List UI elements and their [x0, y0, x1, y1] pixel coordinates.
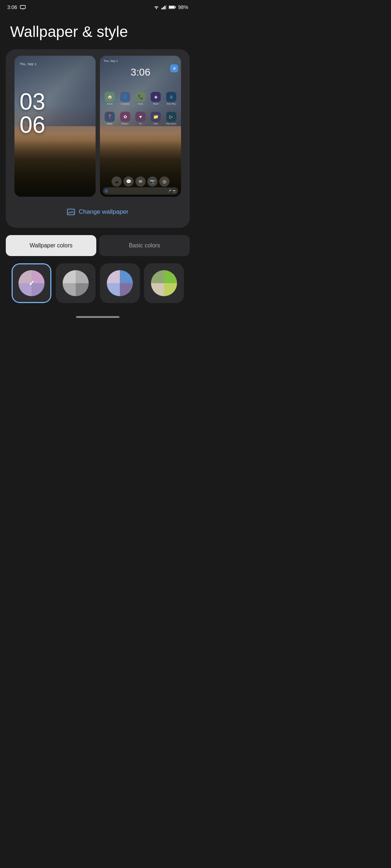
swatch-1-checkmark: ✓ — [29, 279, 35, 288]
change-wallpaper-label: Change wallpaper — [79, 208, 128, 216]
dock-row: 📱 💬 ✉ 📷 ◎ — [103, 176, 178, 187]
notification-icon: ⚙ — [170, 64, 178, 72]
wallpaper-icon — [67, 209, 75, 215]
color-swatches: ✓ — [0, 256, 196, 310]
svg-rect-9 — [166, 5, 167, 9]
preview-card: Thu, Sep 1 03 06 Thu, Sep 1 3:06 ⚙ 🏠 Hom… — [6, 49, 190, 228]
home-icon: 🏠 — [105, 92, 115, 102]
app-play-store: ▷ Play Store — [164, 112, 178, 125]
slack-icon: ◈ — [151, 92, 161, 102]
maps-icon: 📍 — [105, 112, 115, 122]
app-photos: ✿ Photos — [118, 112, 132, 125]
search-bar: G 🎤 📷 — [103, 187, 178, 195]
app-row-2: 📍 Maps ✿ Photos ♥ Fit 📁 Files ▷ Play — [103, 112, 178, 125]
homescreen-time: 3:06 — [100, 67, 181, 78]
swatch-2-circle — [63, 270, 89, 296]
tab-wallpaper-colors[interactable]: Wallpaper colors — [6, 235, 96, 256]
dock-firefox: ◎ — [159, 176, 169, 187]
lens-icon: 📷 — [172, 190, 176, 193]
status-bar: 3:06 98% — [0, 0, 196, 12]
app-row-1: 🏠 Home 👤 Contacts 📞 Voice ◈ Slack ♫ — [103, 92, 178, 105]
app-voice: 📞 Voice — [134, 92, 147, 105]
preview-screens: Thu, Sep 1 03 06 Thu, Sep 1 3:06 ⚙ 🏠 Hom… — [12, 56, 183, 197]
battery-percent: 98% — [178, 4, 188, 10]
indicator-pill — [76, 316, 119, 318]
homescreen-date: Thu, Sep 1 — [104, 59, 118, 63]
app-contacts: 👤 Contacts — [118, 92, 132, 105]
google-g: G — [105, 189, 108, 193]
svg-rect-13 — [67, 209, 75, 215]
swatch-1-circle — [18, 270, 45, 296]
dock-messages: 💬 — [123, 176, 134, 187]
signal-icon — [161, 5, 167, 9]
swatch-3[interactable] — [100, 263, 140, 303]
lockscreen-date: Thu, Sep 1 — [20, 62, 37, 66]
svg-rect-1 — [22, 9, 24, 9]
tree-overlay — [14, 133, 96, 197]
change-wallpaper-button[interactable]: Change wallpaper — [12, 204, 183, 220]
swatch-4-circle — [151, 270, 177, 296]
status-left: 3:06 — [7, 4, 26, 10]
color-tabs: Wallpaper colors Basic colors — [6, 235, 190, 256]
app-maps: 📍 Maps — [103, 112, 117, 125]
page-title: Wallpaper & style — [0, 12, 196, 49]
swatch-4[interactable] — [144, 263, 184, 303]
svg-rect-12 — [175, 7, 176, 8]
swatch-1[interactable]: ✓ — [12, 263, 51, 303]
fit-icon: ♥ — [135, 112, 146, 122]
app-fit: ♥ Fit — [134, 112, 147, 125]
app-home: 🏠 Home — [103, 92, 117, 105]
voice-icon: 📞 — [135, 92, 146, 102]
tab-basic-colors[interactable]: Basic colors — [99, 235, 190, 256]
app-files: 📁 Files — [149, 112, 163, 125]
photos-icon: ✿ — [120, 112, 130, 122]
svg-rect-14 — [68, 209, 74, 214]
svg-point-5 — [156, 8, 157, 9]
dock-phone: 📱 — [112, 176, 122, 187]
svg-rect-0 — [20, 5, 25, 9]
bottom-nav-indicator — [0, 310, 196, 321]
svg-rect-11 — [169, 6, 175, 8]
dock-gmail: ✉ — [135, 176, 146, 187]
status-right: 98% — [154, 4, 188, 10]
app-now-playing: ♫ Now Play — [164, 92, 178, 105]
svg-rect-8 — [164, 6, 165, 9]
files-icon: 📁 — [151, 112, 161, 122]
lockscreen-minute: 06 — [20, 113, 45, 136]
battery-icon — [169, 5, 176, 9]
status-time: 3:06 — [7, 4, 17, 10]
dock-camera: 📷 — [147, 176, 157, 187]
lockscreen-hour: 03 — [20, 90, 45, 113]
svg-rect-7 — [163, 7, 164, 9]
screen-icon — [20, 5, 26, 9]
wifi-icon — [154, 5, 159, 9]
svg-rect-6 — [161, 8, 163, 9]
play-store-icon: ▷ — [166, 112, 176, 122]
mic-icon: 🎤 — [168, 190, 171, 193]
contacts-icon: 👤 — [120, 92, 130, 102]
app-slack: ◈ Slack — [149, 92, 163, 105]
swatch-2[interactable] — [56, 263, 96, 303]
now-playing-icon: ♫ — [166, 92, 176, 102]
lockscreen-preview[interactable]: Thu, Sep 1 03 06 — [14, 56, 96, 197]
homescreen-preview[interactable]: Thu, Sep 1 3:06 ⚙ 🏠 Home 👤 Contacts 📞 Vo… — [100, 56, 181, 197]
lockscreen-time: 03 06 — [20, 90, 45, 136]
swatch-3-circle — [107, 270, 133, 296]
search-icons: 🎤 📷 — [168, 190, 176, 193]
